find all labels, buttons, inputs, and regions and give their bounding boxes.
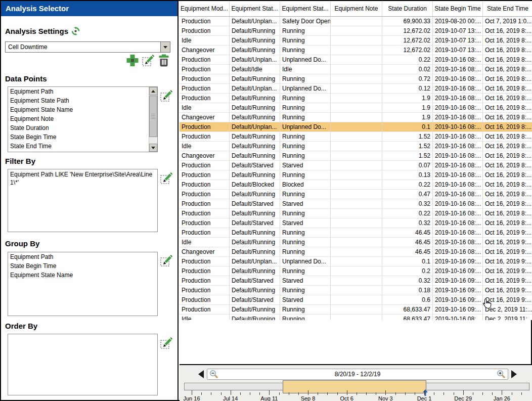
analysis-settings-label: Analysis Settings: [5, 27, 68, 35]
table-cell: [331, 238, 382, 247]
table-body: ProductionDefault/Unplan...Safety Door O…: [180, 17, 532, 320]
table-row[interactable]: ChangeoverDefault/RunningRunning1.92019-…: [180, 113, 532, 122]
table-cell: [331, 170, 382, 180]
order-by-list[interactable]: [8, 334, 158, 395]
table-row[interactable]: ProductionDefault/StarvedStarved0.072019…: [180, 161, 532, 170]
table-cell: Oct 16, 2019 8:...: [483, 84, 532, 93]
data-points-scrollbar[interactable]: [149, 87, 157, 152]
table-row[interactable]: ProductionDefault/StarvedStarved0.322019…: [180, 276, 532, 286]
data-point-item[interactable]: Equipment State Name: [8, 105, 149, 114]
table-row[interactable]: IdleDefault/RunningRunning12,672.022019-…: [180, 36, 532, 46]
table-row[interactable]: ProductionDefault/RunningRunning1.92019-…: [180, 94, 532, 103]
table-row[interactable]: ProductionDefault/RunningRunning0.22019-…: [180, 266, 532, 276]
group-by-item[interactable]: State Begin Time: [8, 261, 157, 271]
table-cell: Production: [180, 305, 230, 314]
table-cell: [331, 190, 382, 199]
table-row[interactable]: ProductionDefault/StarvedStarved0.322019…: [180, 218, 532, 228]
table-row[interactable]: ProductionDefault/StarvedStarved0.62019-…: [180, 295, 532, 305]
table-cell: [331, 266, 382, 276]
table-cell: [331, 132, 382, 141]
column-header-7[interactable]: State End Time: [483, 1, 532, 16]
group-by-item[interactable]: Equipment State Name: [8, 271, 157, 280]
edit-filter-icon[interactable]: [160, 172, 172, 185]
data-points-list[interactable]: Equipment PathEquipment State PathEquipm…: [8, 86, 158, 152]
dropdown-button[interactable]: [160, 42, 170, 52]
filter-by-box[interactable]: Equipment Path LIKE 'New Enterprise\Site…: [8, 169, 158, 232]
table-row[interactable]: ProductionDefault/BlockedBlocked0.222019…: [180, 180, 532, 190]
timeline-tick: [521, 392, 522, 395]
table-row[interactable]: ChangeoverDefault/RunningRunning12,672.0…: [180, 46, 532, 55]
table-row-selected[interactable]: ProductionDefault/Unplan...Unplanned Do.…: [180, 122, 532, 132]
table-cell: Running: [280, 26, 331, 35]
table-cell: Unplanned Do...: [280, 122, 331, 131]
data-point-item[interactable]: State End Time: [8, 142, 149, 151]
table-cell: Running: [280, 238, 331, 247]
table-row[interactable]: ProductionDefault/RunningRunning0.182019…: [180, 286, 532, 295]
selected-range-handle[interactable]: [283, 380, 426, 393]
table-cell: 0.07: [382, 161, 433, 170]
table-row[interactable]: ProductionDefault/Unplan...Unplanned Do.…: [180, 55, 532, 65]
table-cell: [331, 209, 382, 218]
table-row[interactable]: ProductionDefault/RunningRunning0.722019…: [180, 74, 532, 84]
edit-icon[interactable]: [142, 54, 154, 67]
table-row[interactable]: IdleDefault/RunningRunning46.452019-10-1…: [180, 238, 532, 247]
table-row[interactable]: ProductionDefault/IdleIdle0.022019-10-16…: [180, 65, 532, 74]
table-cell: Default/Unplan...: [230, 17, 280, 26]
table-row[interactable]: ProductionDefault/Unplan...Unplanned Do.…: [180, 257, 532, 266]
table-row[interactable]: IdleDefault/RunningRunning1.522019-10-16…: [180, 142, 532, 151]
table-cell: [331, 74, 382, 83]
edit-group-by-icon[interactable]: [160, 254, 172, 267]
column-header-1[interactable]: Equipment Mod...: [180, 1, 230, 16]
data-point-item[interactable]: Equipment Note: [8, 114, 149, 123]
table-row[interactable]: ProductionDefault/RunningRunning1.522019…: [180, 132, 532, 142]
table-row[interactable]: ProductionDefault/RunningRunning12,672.0…: [180, 26, 532, 36]
group-by-list[interactable]: Equipment PathState Begin TimeEquipment …: [8, 252, 158, 316]
data-point-item[interactable]: State Begin Time: [8, 132, 149, 142]
table-row[interactable]: ProductionDefault/RunningRunning0.222019…: [180, 209, 532, 218]
table-cell: 2019-10-16 08:...: [433, 74, 483, 83]
data-point-item[interactable]: State Duration: [8, 123, 149, 132]
table-cell: Oct 16, 2019 9:...: [483, 238, 532, 247]
column-header-4[interactable]: Equipment Note: [331, 1, 382, 16]
refresh-icon[interactable]: [71, 27, 80, 35]
table-cell: Production: [180, 276, 230, 285]
data-point-item[interactable]: Equipment State Path: [8, 96, 149, 105]
timeline-tick-label: Sep 8: [294, 395, 322, 401]
column-header-6[interactable]: State Begin Time: [433, 1, 483, 16]
column-header-5[interactable]: State Duration: [382, 1, 433, 16]
table-cell: Running: [280, 132, 331, 141]
table-row[interactable]: IdleDefault/RunningRunning68,633.472019-…: [180, 315, 532, 320]
scroll-down-icon[interactable]: [149, 144, 157, 152]
group-by-item[interactable]: Equipment Path: [8, 252, 157, 261]
table-cell: 2019-10-16 08:...: [433, 209, 483, 218]
edit-data-points-icon[interactable]: [160, 90, 172, 102]
table-row[interactable]: ProductionDefault/RunningRunning68,633.4…: [180, 305, 532, 315]
table-row[interactable]: ProductionDefault/StarvedStarved0.322019…: [180, 199, 532, 209]
data-point-item[interactable]: Equipment Path: [8, 87, 149, 96]
analysis-dropdown[interactable]: Cell Downtime: [5, 41, 170, 53]
table-row[interactable]: IdleDefault/RunningRunning1.92019-10-16 …: [180, 103, 532, 113]
table-row[interactable]: ProductionDefault/Unplan...Safety Door O…: [180, 17, 532, 26]
delete-icon[interactable]: [158, 54, 170, 67]
table-row[interactable]: ProductionDefault/RunningRunning46.45201…: [180, 228, 532, 238]
table-cell: 2019-10-16 08:...: [433, 161, 483, 170]
table-cell: Production: [180, 132, 230, 141]
timeline-tick-label: Oct 6: [333, 395, 361, 401]
table-row[interactable]: ProductionDefault/RunningRunning0.472019…: [180, 190, 532, 199]
table-row[interactable]: ProductionDefault/Unplan...Unplanned Do.…: [180, 84, 532, 94]
table-cell: Default/Starved: [230, 218, 280, 228]
table-cell: Default/Running: [230, 315, 280, 320]
table-cell: 0.72: [382, 74, 433, 83]
table-row[interactable]: ChangeoverDefault/RunningRunning46.45201…: [180, 247, 532, 257]
table-cell: 2019-10-16 08:...: [433, 55, 483, 64]
edit-order-by-icon[interactable]: [160, 337, 172, 349]
table-row[interactable]: ChangeoverDefault/RunningRunning1.522019…: [180, 151, 532, 161]
column-header-3[interactable]: Equipment Stat...: [280, 1, 331, 16]
scrollbar-thumb[interactable]: [149, 96, 157, 137]
add-icon[interactable]: [126, 54, 139, 67]
table-cell: Production: [180, 55, 230, 64]
table-row[interactable]: ProductionDefault/RunningRunning0.132019…: [180, 170, 532, 180]
column-header-2[interactable]: Equipment Stat...: [230, 1, 280, 16]
table-cell: Oct 16, 2019 8:...: [483, 170, 532, 180]
scroll-up-icon[interactable]: [149, 87, 157, 95]
